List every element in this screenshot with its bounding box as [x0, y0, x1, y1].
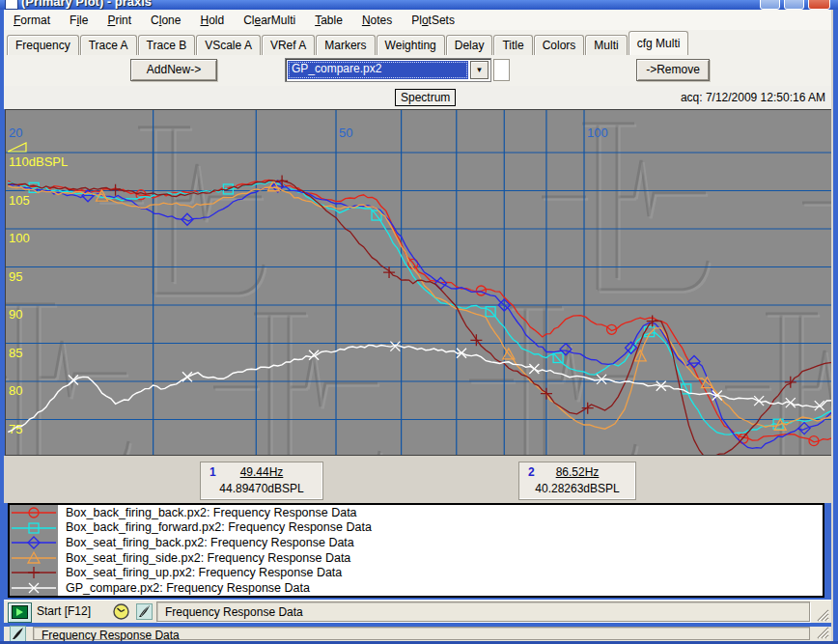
dropdown-side-box [493, 59, 510, 81]
app-status-bar: Frequency Response Data [4, 627, 831, 641]
legend-item-label: Box_back_firing_back.px2: Frequency Resp… [58, 506, 357, 519]
clock-icon [113, 603, 129, 620]
window-title: (Primary Plot) - praxis [21, 0, 152, 9]
marker-1-frequency: 49.44Hz [201, 465, 322, 479]
spectrum-plot-canvas[interactable]: 2050100110dBSPL1051009590858075 [6, 110, 832, 455]
tab-frequency[interactable]: Frequency [7, 35, 79, 55]
legend-symbol-diamond [10, 535, 58, 550]
tab-vscale-a[interactable]: VScale A [196, 35, 261, 55]
tab-multi[interactable]: Multi [585, 35, 627, 55]
svg-text:105: 105 [9, 193, 30, 208]
spectrum-plot[interactable]: 2050100110dBSPL1051009590858075 [5, 109, 833, 456]
svg-text:85: 85 [9, 346, 22, 360]
remove-button[interactable]: ->Remove [636, 59, 710, 81]
tab-bar: FrequencyTrace ATrace BVScale AVRef AMar… [4, 30, 831, 55]
legend-symbol-triangle [10, 550, 58, 566]
add-new-button[interactable]: AddNew-> [130, 59, 217, 81]
acquisition-timestamp: acq: 7/12/2009 12:50:16 AM [681, 91, 825, 104]
svg-text:50: 50 [339, 126, 352, 140]
menu-bar: FormatFilePrintCloneHoldClearMultiTableN… [4, 10, 831, 31]
tab-markers[interactable]: Markers [316, 35, 375, 55]
window-border-left [0, 10, 4, 644]
svg-text:20: 20 [9, 126, 22, 140]
dropdown-selected-value: GP_compare.px2 [288, 61, 468, 79]
svg-text:100: 100 [587, 126, 608, 140]
resize-grip[interactable] [817, 609, 829, 622]
svg-text:75: 75 [9, 422, 22, 436]
plot-header: Spectrum acq: 7/12/2009 12:50:16 AM [4, 86, 831, 109]
menu-item-clone[interactable]: Clone [141, 12, 190, 29]
marker-2-level: 40.28263dBSPL [519, 482, 635, 495]
start-button[interactable] [8, 602, 32, 623]
legend-item-label: Box_seat_firing_back.px2: Frequency Resp… [58, 536, 354, 549]
svg-text:100: 100 [9, 231, 30, 245]
svg-text:80: 80 [9, 383, 22, 398]
marker-1-level: 44.89470dBSPL [201, 482, 322, 495]
legend-item[interactable]: Box_back_firing_forward.px2: Frequency R… [10, 520, 823, 536]
window-border-right [831, 10, 838, 644]
legend-item[interactable]: Box_seat_firing_up.px2: Frequency Respon… [10, 565, 823, 580]
quill-icon [136, 603, 153, 620]
menu-item-format[interactable]: Format [4, 12, 60, 29]
multi-toolbar: AddNew-> GP_compare.px2 ▼ ->Remove [4, 55, 831, 87]
tab-title[interactable]: Title [493, 35, 532, 55]
app-icon [5, 0, 18, 10]
menu-item-plotsets[interactable]: PlotSets [402, 12, 464, 29]
marker-1-readout: 1 49.44Hz 44.89470dBSPL [200, 462, 323, 500]
status-message-panel: Frequency Response Data [156, 602, 810, 622]
title-bar[interactable]: (Primary Plot) - praxis [0, 0, 838, 10]
marker-2-frequency: 86.52Hz [519, 465, 635, 479]
legend-symbol-plus [10, 565, 58, 580]
legend-symbol-x [10, 580, 58, 596]
marker-2-readout: 2 86.52Hz 40.28263dBSPL [518, 462, 636, 500]
legend-item[interactable]: GP_compare.px2: Frequency Response Data [10, 580, 823, 596]
close-button[interactable] [808, 0, 830, 10]
svg-text:110dBSPL: 110dBSPL [9, 154, 68, 169]
menu-item-print[interactable]: Print [98, 12, 141, 29]
tab-trace-b[interactable]: Trace B [138, 35, 196, 55]
multi-file-dropdown[interactable]: GP_compare.px2 ▼ [285, 58, 491, 82]
menu-item-table[interactable]: Table [305, 12, 352, 29]
marker-readout-bar: 1 49.44Hz 44.89470dBSPL 2 86.52Hz 40.282… [4, 456, 831, 503]
legend-symbol-circle [10, 505, 58, 520]
legend-item-label: Box_seat_firing_side.px2: Frequency Resp… [58, 551, 350, 565]
legend-symbol-square [10, 520, 58, 536]
legend-item-label: GP_compare.px2: Frequency Response Data [58, 581, 310, 595]
svg-text:90: 90 [9, 307, 22, 322]
plot-status-bar: Start [F12] Frequency Response Data [4, 600, 831, 624]
play-icon [12, 605, 28, 619]
minimize-button[interactable] [760, 0, 780, 10]
resize-grip[interactable] [817, 627, 829, 639]
menu-item-hold[interactable]: Hold [190, 12, 234, 29]
tab-weighting[interactable]: Weighting [377, 35, 445, 55]
start-label: Start [F12] [37, 604, 91, 618]
legend-item[interactable]: Box_seat_firing_side.px2: Frequency Resp… [10, 550, 823, 566]
menu-item-notes[interactable]: Notes [352, 12, 402, 29]
app-status-message: Frequency Response Data [42, 629, 180, 642]
maximize-button[interactable] [784, 0, 804, 10]
menu-item-file[interactable]: File [60, 12, 98, 29]
tab-cfg-multi[interactable]: cfg Multi [628, 31, 689, 55]
menu-item-clearmulti[interactable]: ClearMulti [234, 12, 305, 29]
legend: Box_back_firing_back.px2: Frequency Resp… [8, 503, 824, 598]
app-status-message-panel: Frequency Response Data [33, 627, 810, 640]
plot-type-label: Spectrum [395, 89, 456, 106]
tab-colors[interactable]: Colors [534, 35, 585, 55]
legend-item[interactable]: Box_seat_firing_back.px2: Frequency Resp… [10, 535, 823, 550]
svg-text:95: 95 [9, 269, 22, 284]
tab-trace-a[interactable]: Trace A [80, 35, 137, 55]
praxis-window: (Primary Plot) - praxis FormatFilePrintC… [0, 0, 838, 644]
tab-delay[interactable]: Delay [446, 35, 493, 55]
status-message: Frequency Response Data [165, 605, 303, 619]
legend-item-label: Box_seat_firing_up.px2: Frequency Respon… [58, 566, 342, 579]
legend-item-label: Box_back_firing_forward.px2: Frequency R… [58, 520, 372, 534]
legend-item[interactable]: Box_back_firing_back.px2: Frequency Resp… [10, 505, 823, 520]
quill-icon [10, 626, 26, 642]
chevron-down-icon[interactable]: ▼ [470, 61, 489, 79]
tab-vref-a[interactable]: VRef A [262, 35, 315, 55]
